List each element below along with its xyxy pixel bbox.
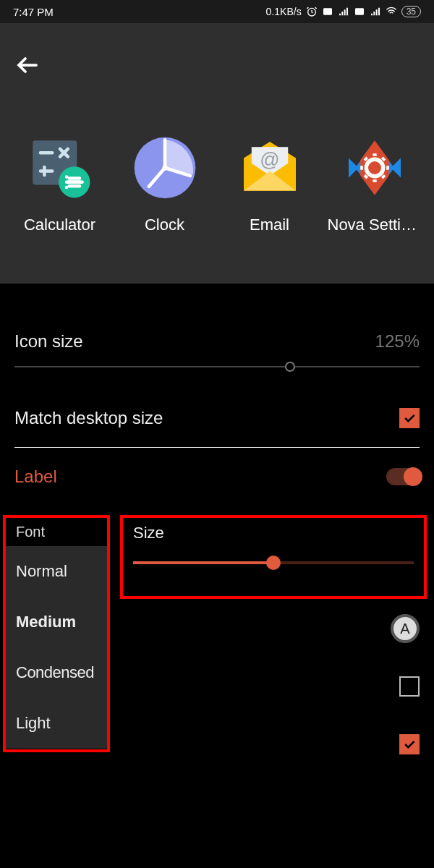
- size-slider-knob[interactable]: [266, 556, 281, 570]
- icon-size-slider[interactable]: [14, 366, 420, 367]
- status-time: 7:47 PM: [13, 6, 266, 18]
- font-option-normal[interactable]: Normal: [6, 546, 107, 597]
- label-toggle[interactable]: [386, 468, 420, 485]
- preview-app-nova: Nova Settin…: [328, 132, 422, 234]
- font-panel: Font Normal Medium Condensed Light: [3, 515, 110, 752]
- font-option-condensed[interactable]: Condensed: [6, 647, 107, 698]
- app-label: Email: [223, 216, 317, 234]
- icon-preview-panel: Calculator Clock @: [0, 23, 434, 284]
- size-header: Size: [133, 524, 414, 542]
- label-section-label: Label: [14, 467, 57, 487]
- app-label: Calculator: [13, 216, 107, 234]
- icon-size-value: 125%: [375, 331, 420, 352]
- label-section-row[interactable]: Label: [14, 448, 420, 506]
- match-desktop-checkbox[interactable]: [399, 408, 420, 428]
- svg-rect-2: [355, 8, 364, 14]
- preview-app-clock: Clock: [118, 132, 212, 234]
- checkbox-unchecked[interactable]: [399, 676, 420, 697]
- status-bar: 7:47 PM 0.1KB/s 35: [0, 0, 434, 23]
- checkbox-checked[interactable]: [399, 734, 420, 754]
- svg-rect-1: [323, 8, 332, 14]
- font-option-medium[interactable]: Medium: [6, 597, 107, 647]
- volte-icon-2: [354, 6, 365, 17]
- volte-icon: [322, 6, 333, 17]
- clock-icon: [129, 132, 201, 204]
- back-arrow-icon[interactable]: [14, 52, 41, 78]
- battery-indicator: 35: [401, 6, 421, 17]
- svg-text:@: @: [260, 149, 279, 171]
- size-panel: Size: [120, 515, 427, 599]
- match-desktop-label: Match desktop size: [14, 408, 163, 428]
- font-option-light[interactable]: Light: [6, 698, 107, 749]
- preview-app-calculator: Calculator: [13, 132, 107, 234]
- nova-settings-icon: [339, 132, 411, 204]
- icon-size-label: Icon size: [14, 331, 83, 352]
- size-slider[interactable]: [133, 561, 414, 564]
- signal-icon-2: [370, 6, 381, 17]
- icon-size-row[interactable]: Icon size 125%: [14, 312, 420, 370]
- app-label: Nova Settin…: [328, 216, 422, 234]
- match-desktop-row[interactable]: Match desktop size: [14, 389, 420, 447]
- alarm-icon: [306, 6, 318, 17]
- font-header: Font: [6, 518, 107, 546]
- calculator-icon: [24, 132, 96, 204]
- color-button[interactable]: A: [391, 614, 420, 643]
- wifi-icon: [386, 6, 397, 17]
- status-indicators: 0.1KB/s 35: [266, 6, 421, 17]
- net-speed: 0.1KB/s: [266, 6, 302, 17]
- signal-icon: [338, 6, 349, 17]
- slider-knob[interactable]: [285, 362, 295, 372]
- svg-point-6: [162, 165, 167, 170]
- email-icon: @: [234, 132, 306, 204]
- app-label: Clock: [118, 216, 212, 234]
- preview-app-email: @ Email: [223, 132, 317, 234]
